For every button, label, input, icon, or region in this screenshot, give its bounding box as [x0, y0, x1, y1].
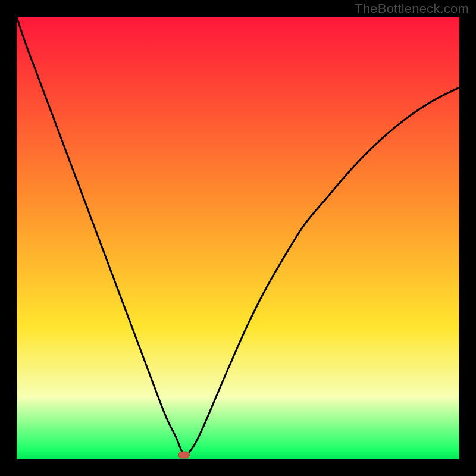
- bottleneck-chart: [17, 17, 459, 459]
- chart-frame: { "watermark": "TheBottleneck.com", "col…: [0, 0, 476, 476]
- minimum-marker: [178, 452, 189, 458]
- plot-background: [17, 17, 459, 459]
- watermark-text: TheBottleneck.com: [355, 1, 469, 17]
